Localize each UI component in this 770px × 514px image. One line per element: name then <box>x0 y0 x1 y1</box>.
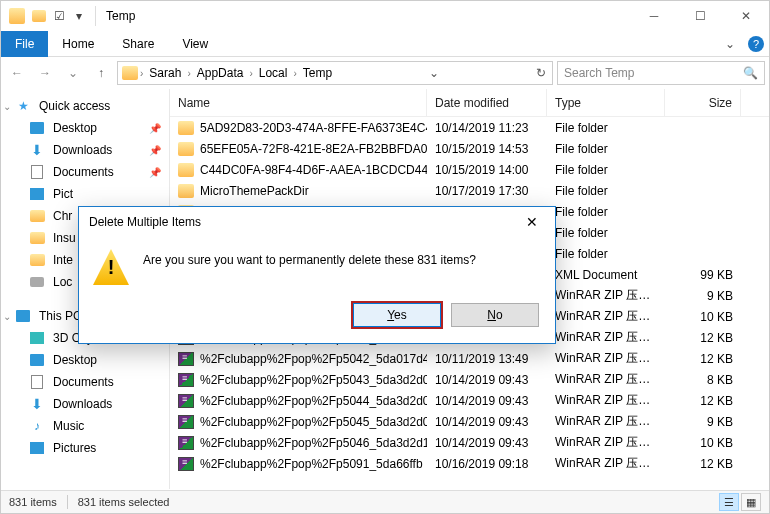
no-button[interactable]: No <box>451 303 539 327</box>
dialog-close-button[interactable]: ✕ <box>517 207 547 237</box>
yes-button[interactable]: Yes <box>353 303 441 327</box>
dialog-title: Delete Multiple Items <box>89 215 201 229</box>
dialog-overlay: Delete Multiple Items ✕ Are you sure you… <box>1 1 769 513</box>
warning-icon <box>93 249 129 285</box>
dialog-message: Are you sure you want to permanently del… <box>143 249 476 267</box>
delete-confirmation-dialog: Delete Multiple Items ✕ Are you sure you… <box>78 206 556 344</box>
